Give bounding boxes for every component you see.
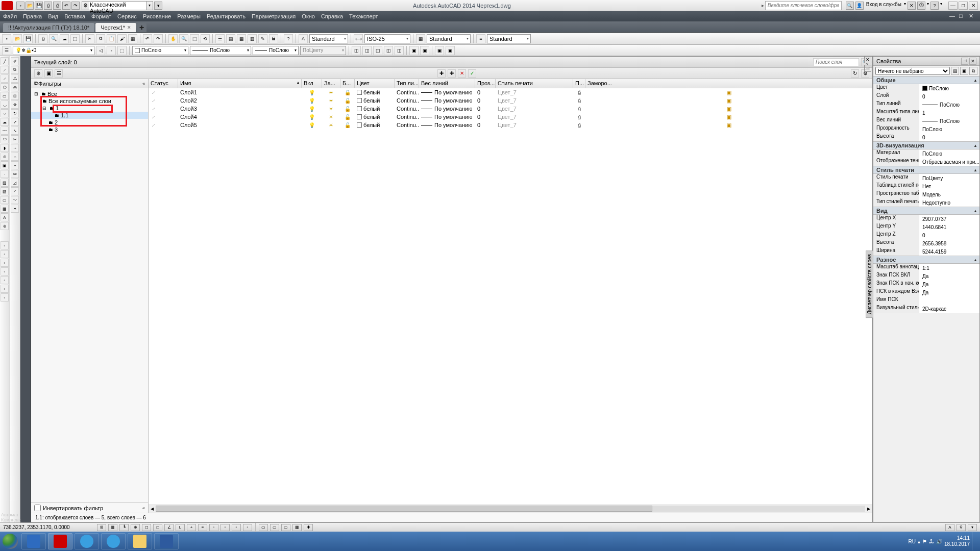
tab-doc2[interactable]: Чертеж1*✕ [95,23,136,32]
cell-lweight[interactable]: По умолчанию [419,89,475,95]
text-style-combo[interactable]: Standard [309,34,348,43]
prop-value[interactable]: Нет [919,182,979,190]
color-combo[interactable]: ПоСлою [132,46,188,55]
cell-freeze[interactable]: ☀ [322,98,340,104]
menu-help[interactable]: Справка [321,13,343,19]
sb-layout2-icon[interactable]: ▭ [281,524,290,531]
sb-ortho-icon[interactable]: ┗ [119,524,129,531]
cell-vpfreeze[interactable]: ▣ [585,122,872,129]
menu-edit[interactable]: Правка [23,13,42,19]
tb-zoom-rt-icon[interactable]: 🔍 [179,34,188,43]
lm-delete-icon[interactable]: ✕ [458,69,466,78]
prop-section-view[interactable]: Вид▴ [873,207,979,215]
tool-table-icon[interactable]: ▦ [1,205,9,213]
cell-name[interactable]: Слой4 [178,114,302,120]
tb-dimstyle-icon[interactable]: ⟷ [354,34,363,43]
tb-paste-icon[interactable]: 📋 [107,34,116,43]
prop-value[interactable]: Да [919,288,979,296]
sign-in-icon[interactable]: 👤 [855,2,864,10]
sb-otrack-icon[interactable]: ∠ [164,524,174,531]
tool-scale-icon[interactable]: ⤢ [11,118,19,126]
tb-cut-icon[interactable]: ✂ [85,34,94,43]
start-button[interactable] [0,532,20,551]
sign-in-label[interactable]: Вход в службы [866,2,901,10]
cell-trans[interactable]: 0 [475,114,496,120]
col-on[interactable]: Вкл [302,79,322,88]
lm-state-icon[interactable]: ☰ [55,69,63,78]
tb-open-icon[interactable]: 📂 [13,34,22,43]
qat-plot-icon[interactable]: ⎙ [53,2,61,10]
tb-tp-icon[interactable]: ▦ [237,34,246,43]
prop-value[interactable]: Да [919,280,979,288]
prop-section-viz3d[interactable]: 3D-визуализация▴ [873,141,979,149]
tool-point-icon[interactable]: · [1,170,9,178]
cell-freeze[interactable]: ☀ [322,114,340,120]
prop-value[interactable]: 0 [919,133,979,141]
layer-current-combo[interactable]: 💡❄🔒▪ 0 [13,46,94,55]
prop-value[interactable]: Недоступно [919,198,979,207]
tool-copy-icon[interactable]: ⧉ [11,66,19,74]
tool-polygon-icon[interactable]: ⬠ [1,83,9,91]
prop-value[interactable]: 2907.0737 [919,215,979,223]
tool-chamfer-icon[interactable]: ◿ [11,179,19,187]
cell-color[interactable]: белый [355,97,395,104]
tool-ext5-icon[interactable]: ▫ [1,276,9,284]
tb-group1-icon[interactable]: ▣ [435,46,444,55]
prop-value[interactable]: 1440.6841 [919,223,979,231]
prop-row[interactable]: Масштаб типа лин...1 [873,109,979,117]
prop-row[interactable]: Центр Z0 [873,231,979,239]
cell-color[interactable]: белый [355,106,395,112]
tb-plot-icon[interactable]: ⎙ [38,34,47,43]
tb-markup-icon[interactable]: ✎ [258,34,267,43]
prop-value[interactable]: ПоСлою [919,125,979,133]
tool-block-icon[interactable]: ▣ [1,161,9,169]
cell-trans[interactable]: 0 [475,97,496,104]
cell-ltype[interactable]: Continu... [395,106,419,112]
prop-row[interactable]: Имя ПСК [873,296,979,305]
tb-mlstyle-icon[interactable]: ≡ [476,34,485,43]
tool-stretch-icon[interactable]: ⤡ [11,127,19,135]
prop-section-plot[interactable]: Стиль печати▴ [873,166,979,174]
tool-extend-icon[interactable]: → [11,144,19,152]
prop-row[interactable]: Стиль печатиПоЦвету [873,174,979,182]
menu-insert[interactable]: Вставка [64,13,85,19]
doc-restore-button[interactable]: □ [959,13,967,20]
cell-name[interactable]: Слой5 [178,122,302,128]
cell-lock[interactable]: 🔓 [340,90,355,95]
tool-spline-icon[interactable]: 〰 [1,127,9,135]
task-outlook[interactable] [21,533,46,549]
quick-select-icon[interactable]: ▤ [951,67,959,75]
tb-dc-icon[interactable]: ▤ [226,34,235,43]
cell-vpfreeze[interactable]: ▣ [585,114,872,120]
prop-row[interactable]: Центр X2907.0737 [873,215,979,223]
tb-help-icon[interactable]: ? [284,34,293,43]
qat-dropdown-icon[interactable]: ▾ [154,2,162,10]
clock[interactable]: 14:11 18.10.2017 [944,535,970,547]
layer-row[interactable]: ⟋Слой4💡☀🔓белыйContinu...По умолчанию0Цве… [149,113,872,121]
tab-doc1[interactable]: !!!!Актуализация ГП (ТУ) 18.10* [3,23,94,32]
tb-copy-icon[interactable]: ⧉ [96,34,105,43]
tool-ext2-icon[interactable]: ▫ [1,250,9,258]
prop-row[interactable]: Высота2656.3958 [873,239,979,247]
select-objects-icon[interactable]: ▣ [960,67,968,75]
maximize-button[interactable]: □ [959,2,968,10]
prop-row[interactable]: ПрозрачностьПоСлою [873,125,979,133]
menu-window[interactable]: Окно [302,13,315,19]
tb-prop-icon[interactable]: ☰ [215,34,225,43]
cell-trans[interactable]: 0 [475,106,496,112]
cell-plot[interactable]: ⎙ [573,114,585,120]
sb-quickview-icon[interactable]: ▦ [292,524,302,531]
expand-icon[interactable]: ⊟ [33,91,39,97]
layer-rows[interactable]: ⟋Слой1💡☀🔓белыйContinu...По умолчанию0Цве… [149,88,872,505]
prop-value[interactable]: ПоСлою [919,101,979,109]
col-plotstyle[interactable]: Стиль печати [496,79,573,88]
tool-rect-icon[interactable]: ▭ [1,92,9,100]
plotstyle-combo[interactable]: ПоЦвету [300,46,346,55]
tray-network-icon[interactable]: 🖧 [929,539,934,544]
tb-group2-icon[interactable]: ▣ [446,46,455,55]
col-trans[interactable]: Проз... [475,79,496,88]
filter-tree[interactable]: ⊟🖿Все 🖿Все используемые слои ⊟🖿1 🖿1.1 🖿2… [31,88,148,503]
cell-vpfreeze[interactable]: ▣ [585,106,872,112]
tool-break-icon[interactable]: ⌁ [11,153,19,161]
tool-line-icon[interactable]: ╱ [1,57,9,65]
